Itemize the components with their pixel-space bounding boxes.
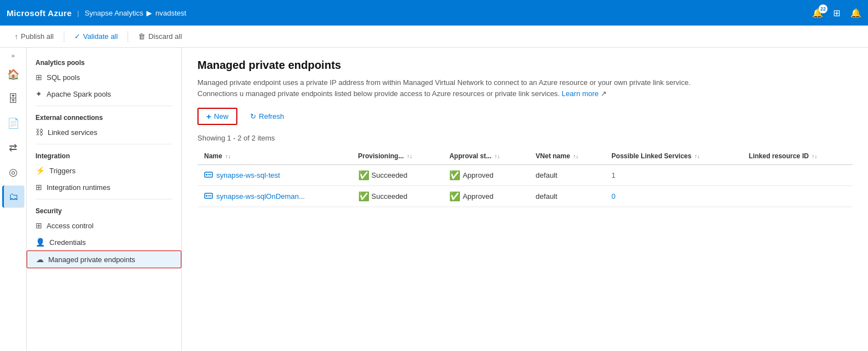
toolbar-separator-1 <box>64 31 64 42</box>
table-header-row: Name ↑↓ Provisioning... ↑↓ Approval st..… <box>197 148 852 165</box>
endpoint-link-0[interactable]: synapse-ws-sql-test <box>216 171 280 179</box>
breadcrumb-arrow: ▶ <box>146 9 152 17</box>
provisioning-status-text-0: Succeeded <box>372 171 408 179</box>
table-row: synapse-ws-sql-test ✅ Succeeded ✅ Approv… <box>197 165 852 186</box>
expand-nav-button[interactable]: » <box>11 52 14 59</box>
credentials-icon: 👤 <box>35 238 45 247</box>
triggers-icon: ⚡ <box>35 166 45 175</box>
approval-status-icon-1: ✅ <box>449 191 460 202</box>
possible-linked-link-1[interactable]: 0 <box>612 192 616 200</box>
endpoints-table: Name ↑↓ Provisioning... ↑↓ Approval st..… <box>197 148 852 207</box>
cell-provisioning-0: ✅ Succeeded <box>352 165 443 186</box>
discard-all-button[interactable]: 🗑 Discard all <box>133 30 187 43</box>
discard-icon: 🗑 <box>138 32 145 41</box>
notifications-badge: 22 <box>819 4 828 13</box>
linked-resource-sort-icon[interactable]: ↑↓ <box>811 153 817 159</box>
col-provisioning[interactable]: Provisioning... ↑↓ <box>352 148 443 165</box>
endpoint-link-1[interactable]: synapse-ws-sqlOnDeman... <box>216 192 305 200</box>
refresh-icon: ↻ <box>250 112 256 121</box>
new-button[interactable]: + New <box>197 108 237 125</box>
sidebar-item-linked-services[interactable]: ⛓ Linked services <box>27 124 181 141</box>
sql-pools-icon: ⊞ <box>35 73 42 82</box>
col-linked-resource[interactable]: Linked resource ID ↑↓ <box>742 148 852 165</box>
top-bar-separator: | <box>77 9 79 17</box>
provisioning-sort-icon[interactable]: ↑↓ <box>407 153 413 159</box>
approval-status-text-1: Approved <box>463 192 494 200</box>
provisioning-status-icon-1: ✅ <box>358 191 369 202</box>
sidebar-item-credentials[interactable]: 👤 Credentials <box>27 234 181 250</box>
learn-more-link[interactable]: Learn more <box>562 89 598 98</box>
external-link-icon: ↗ <box>601 89 607 98</box>
items-count: Showing 1 - 2 of 2 items <box>197 134 852 142</box>
cell-vnet-0: default <box>529 165 605 186</box>
linked-services-icon: ⛓ <box>35 128 43 137</box>
cell-name-1: synapse-ws-sqlOnDeman... <box>197 186 352 207</box>
security-title: Security <box>27 203 181 217</box>
cell-approval-1: ✅ Approved <box>443 186 529 207</box>
feedback-icon[interactable]: ⊞ <box>833 8 840 18</box>
table-row: synapse-ws-sqlOnDeman... ✅ Succeeded ✅ A… <box>197 186 852 207</box>
nav-develop-icon[interactable]: 📄 <box>2 112 24 134</box>
breadcrumb-path: Synapse Analytics ▶ nvadstest <box>85 9 186 17</box>
nav-home-icon[interactable]: 🏠 <box>2 63 24 86</box>
col-name[interactable]: Name ↑↓ <box>197 148 352 165</box>
provisioning-status-text-1: Succeeded <box>372 192 408 200</box>
cell-name-0: synapse-ws-sql-test <box>197 165 352 186</box>
top-bar-actions: 🔔 22 ⊞ 🔔 <box>812 8 861 18</box>
notifications-icon[interactable]: 🔔 22 <box>812 8 823 18</box>
sidebar-item-spark-pools[interactable]: ✦ Apache Spark pools <box>27 86 181 102</box>
toolbar-separator-2 <box>128 31 128 42</box>
col-vnet[interactable]: VNet name ↑↓ <box>529 148 605 165</box>
integration-title: Integration <box>27 148 181 162</box>
col-possible-linked[interactable]: Possible Linked Services ↑↓ <box>605 148 742 165</box>
integration-runtimes-icon: ⊞ <box>35 183 42 192</box>
analytics-pools-title: Analytics pools <box>27 54 181 69</box>
nav-integrate-icon[interactable]: ⇄ <box>2 137 24 159</box>
vnet-value-0: default <box>536 171 557 179</box>
vnet-sort-icon[interactable]: ↑↓ <box>573 153 578 159</box>
validate-icon: ✓ <box>74 32 80 41</box>
validate-all-button[interactable]: ✓ Validate all <box>69 30 124 43</box>
sidebar-item-integration-runtimes[interactable]: ⊞ Integration runtimes <box>27 179 181 195</box>
svg-point-4 <box>206 195 207 197</box>
settings-icon[interactable]: 🔔 <box>850 8 861 18</box>
main-area: » 🏠 🗄 📄 ⇄ ◎ 🗂 Analytics pools ⊞ SQL pool… <box>0 48 868 351</box>
provisioning-status-icon-0: ✅ <box>358 170 369 180</box>
page-title: Managed private endpoints <box>197 59 852 72</box>
sidebar-item-access-control[interactable]: ⊞ Access control <box>27 217 181 234</box>
workspace-label[interactable]: nvadstest <box>155 9 186 17</box>
sidebar-item-managed-endpoints[interactable]: ☁ Managed private endpoints <box>27 250 181 268</box>
cell-vnet-1: default <box>529 186 605 207</box>
sidebar-divider-2 <box>35 144 172 144</box>
page-description: Managed private endpoint uses a private … <box>197 77 730 99</box>
sidebar-divider-3 <box>35 199 172 199</box>
toolbar: ↑ Publish all ✓ Validate all 🗑 Discard a… <box>0 26 868 48</box>
product-label[interactable]: Synapse Analytics <box>85 9 144 17</box>
nav-manage-icon[interactable]: 🗂 <box>2 185 24 208</box>
access-control-icon: ⊞ <box>35 221 42 230</box>
possible-linked-link-0[interactable]: 1 <box>612 171 616 179</box>
approval-sort-icon[interactable]: ↑↓ <box>495 153 500 159</box>
content-area: Managed private endpoints Managed privat… <box>182 48 868 351</box>
sidebar-item-sql-pools[interactable]: ⊞ SQL pools <box>27 69 181 86</box>
cell-linked-resource-1 <box>742 186 852 207</box>
nav-monitor-icon[interactable]: ◎ <box>2 161 24 183</box>
publish-all-button[interactable]: ↑ Publish all <box>9 30 59 43</box>
cell-possible-linked-0: 1 <box>605 165 742 186</box>
possible-linked-sort-icon[interactable]: ↑↓ <box>694 153 700 159</box>
approval-status-icon-0: ✅ <box>449 170 460 180</box>
icon-nav: » 🏠 🗄 📄 ⇄ ◎ 🗂 <box>0 48 27 351</box>
approval-status-text-0: Approved <box>463 171 494 179</box>
refresh-button[interactable]: ↻ Refresh <box>242 109 293 124</box>
external-connections-title: External connections <box>27 109 181 124</box>
cell-linked-resource-0 <box>742 165 852 186</box>
endpoint-icon-1 <box>204 191 213 202</box>
sidebar: Analytics pools ⊞ SQL pools ✦ Apache Spa… <box>27 48 182 351</box>
brand-label: Microsoft Azure <box>7 8 72 18</box>
cell-approval-0: ✅ Approved <box>443 165 529 186</box>
col-approval[interactable]: Approval st... ↑↓ <box>443 148 529 165</box>
nav-data-icon[interactable]: 🗄 <box>2 88 24 110</box>
name-sort-icon[interactable]: ↑↓ <box>225 153 231 159</box>
sidebar-item-triggers[interactable]: ⚡ Triggers <box>27 162 181 179</box>
action-bar: + New ↻ Refresh <box>197 108 852 125</box>
